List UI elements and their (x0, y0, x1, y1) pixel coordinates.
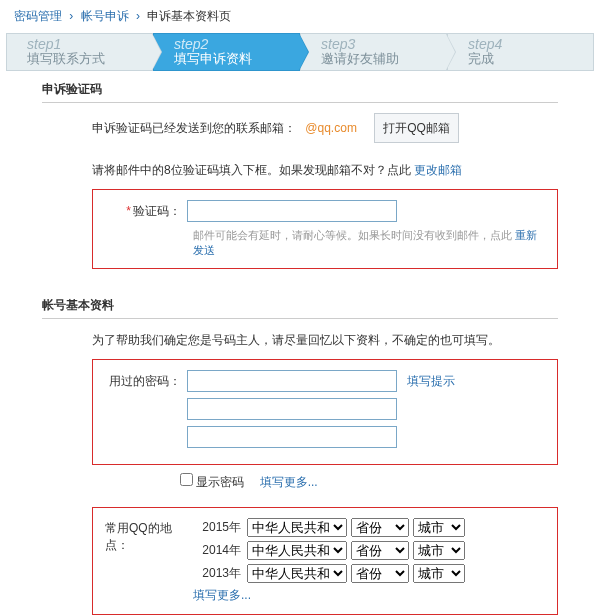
step-3-label: 邀请好友辅助 (321, 51, 446, 67)
country-select-2013[interactable]: 中华人民共和国 (247, 564, 347, 583)
step-1-num: step1 (27, 37, 152, 51)
common-location-label: 常用QQ的地点： (105, 518, 193, 604)
used-pwd-label: 用过的密码： (105, 373, 187, 390)
step-1-label: 填写联系方式 (27, 51, 152, 67)
change-email-link[interactable]: 更改邮箱 (414, 163, 462, 177)
location-row-2014: 2014年 中华人民共和国 省份 城市 (193, 541, 469, 560)
step-3-num: step3 (321, 37, 446, 51)
year-2015-label: 2015年 (193, 519, 241, 536)
breadcrumb-sep: › (136, 9, 140, 23)
basic-section-title: 帐号基本资料 (42, 297, 558, 319)
location-row-2015: 2015年 中华人民共和国 省份 城市 (193, 518, 469, 537)
city-select-2015[interactable]: 城市 (413, 518, 465, 537)
step-4-label: 完成 (468, 51, 593, 67)
year-2013-label: 2013年 (193, 565, 241, 582)
city-select-2014[interactable]: 城市 (413, 541, 465, 560)
province-select-2014[interactable]: 省份 (351, 541, 409, 560)
breadcrumb-current: 申诉基本资料页 (147, 9, 231, 23)
breadcrumb-account-appeal[interactable]: 帐号申诉 (81, 9, 129, 23)
breadcrumb-pwd-mgmt[interactable]: 密码管理 (14, 9, 62, 23)
country-select-2014[interactable]: 中华人民共和国 (247, 541, 347, 560)
verify-email: @qq.com (305, 121, 357, 135)
verify-helper-text: 邮件可能会有延时，请耐心等候。如果长时间没有收到邮件，点此 (193, 229, 512, 241)
province-select-2015[interactable]: 省份 (351, 518, 409, 537)
step-2: step2 填写申诉资料 (153, 33, 300, 71)
city-select-2013[interactable]: 城市 (413, 564, 465, 583)
province-select-2013[interactable]: 省份 (351, 564, 409, 583)
country-select-2015[interactable]: 中华人民共和国 (247, 518, 347, 537)
verify-hint-text: 请将邮件中的8位验证码填入下框。如果发现邮箱不对？点此 (92, 163, 411, 177)
step-2-num: step2 (174, 37, 299, 51)
basic-desc: 为了帮助我们确定您是号码主人，请尽量回忆以下资料，不确定的也可填写。 (42, 329, 558, 351)
step-4-num: step4 (468, 37, 593, 51)
verify-code-input[interactable] (187, 200, 397, 222)
step-3: step3 邀请好友辅助 (300, 33, 447, 71)
used-pwd-input-3[interactable] (187, 426, 397, 448)
verify-sent-text: 申诉验证码已经发送到您的联系邮箱： (92, 121, 296, 135)
verify-code-label: *验证码： (105, 203, 187, 220)
open-qq-mail-button[interactable]: 打开QQ邮箱 (374, 113, 459, 143)
step-1: step1 填写联系方式 (6, 33, 153, 71)
step-progress: step1 填写联系方式 step2 填写申诉资料 step3 邀请好友辅助 s… (0, 33, 600, 75)
step-4: step4 完成 (447, 33, 594, 71)
used-pwd-input-1[interactable] (187, 370, 397, 392)
used-pwd-input-2[interactable] (187, 398, 397, 420)
breadcrumb-sep: › (69, 9, 73, 23)
breadcrumb: 密码管理 › 帐号申诉 › 申诉基本资料页 (0, 0, 600, 33)
show-password-checkbox[interactable]: 显示密码 (180, 475, 244, 489)
fill-more-pwd-link[interactable]: 填写更多... (260, 475, 318, 489)
verify-section-title: 申诉验证码 (42, 81, 558, 103)
step-2-label: 填写申诉资料 (174, 51, 299, 67)
fill-more-location-link[interactable]: 填写更多... (193, 588, 251, 602)
location-row-2013: 2013年 中华人民共和国 省份 城市 (193, 564, 469, 583)
fill-hint-link[interactable]: 填写提示 (407, 373, 455, 390)
year-2014-label: 2014年 (193, 542, 241, 559)
